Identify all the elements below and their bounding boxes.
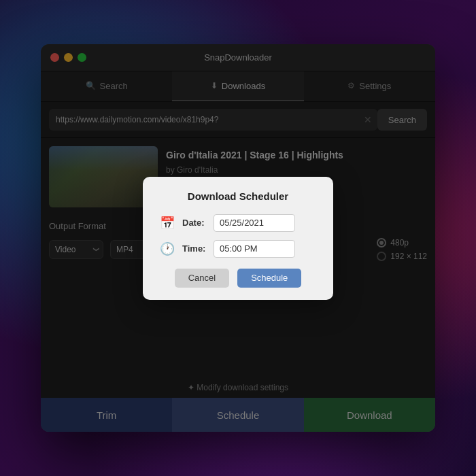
time-input[interactable] xyxy=(214,240,295,258)
date-field: 📅 Date: xyxy=(159,214,317,232)
download-scheduler-modal: Download Scheduler 📅 Date: 🕐 Time: Cance… xyxy=(143,177,333,300)
app-window: SnapDownloader 🔍 Search ⬇ Downloads ⚙ Se… xyxy=(41,44,435,432)
modal-overlay: Download Scheduler 📅 Date: 🕐 Time: Cance… xyxy=(41,44,435,432)
modal-actions: Cancel Schedule xyxy=(159,269,317,288)
date-input[interactable] xyxy=(214,214,295,232)
modal-schedule-button[interactable]: Schedule xyxy=(237,269,301,288)
time-label: Time: xyxy=(182,243,207,254)
calendar-icon: 📅 xyxy=(159,216,175,231)
time-field: 🕐 Time: xyxy=(159,240,317,258)
date-label: Date: xyxy=(182,218,207,228)
cancel-button[interactable]: Cancel xyxy=(175,269,229,288)
clock-icon: 🕐 xyxy=(159,241,175,256)
modal-title: Download Scheduler xyxy=(159,190,317,202)
